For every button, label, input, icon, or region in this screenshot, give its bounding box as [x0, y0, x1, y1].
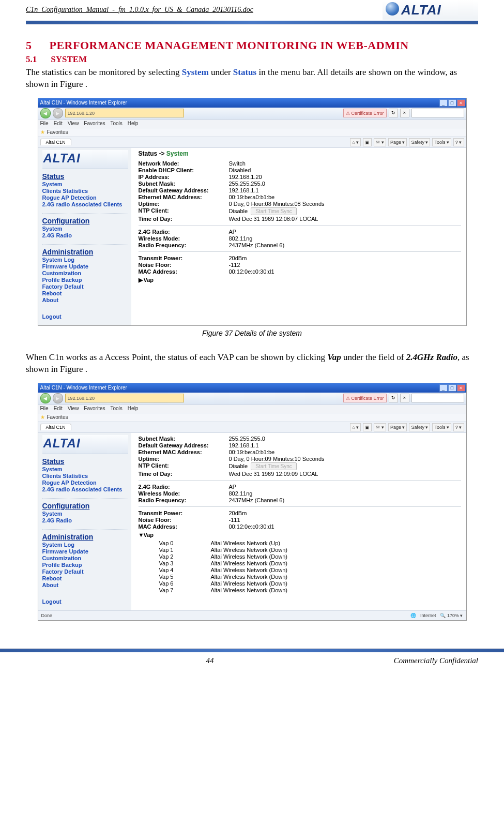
sidebar-item-profile-backup[interactable]: Profile Backup — [42, 277, 128, 283]
help-icon[interactable]: ? ▾ — [453, 138, 464, 146]
menu-help[interactable]: Help — [128, 406, 139, 411]
feeds-icon[interactable]: ▣ — [363, 423, 372, 431]
sidebar-item-about[interactable]: About — [42, 582, 128, 588]
help-icon[interactable]: ? ▾ — [453, 423, 464, 431]
kv-row: Default Gateway Address:192.168.1.1 — [139, 442, 461, 448]
sidebar-item-factory-default[interactable]: Factory Default — [42, 283, 128, 290]
sidebar-item-clients-stats[interactable]: Clients Statistics — [42, 473, 128, 479]
kv-row: Ethernet MAC Address:00:19:be:a0:b1:be — [139, 194, 461, 200]
page-menu[interactable]: Page ▾ — [388, 423, 407, 431]
kv-label: Network Mode: — [139, 160, 229, 167]
kv-value: AP — [229, 484, 237, 490]
sidebar-item-reboot[interactable]: Reboot — [42, 575, 128, 581]
refresh-button[interactable]: ↻ — [389, 109, 398, 117]
tools-menu[interactable]: Tools ▾ — [432, 138, 451, 146]
safety-menu[interactable]: Safety ▾ — [409, 138, 430, 146]
kv-label: Wireless Mode: — [139, 490, 229, 497]
back-button[interactable]: ◄ — [40, 108, 51, 118]
forward-button[interactable]: ► — [53, 393, 63, 403]
zoom-level[interactable]: 🔍 170% ▾ — [440, 613, 463, 618]
menu-edit[interactable]: Edit — [54, 406, 63, 411]
minimize-icon[interactable]: _ — [439, 99, 448, 107]
mail-icon[interactable]: ✉ ▾ — [374, 423, 386, 431]
tools-menu[interactable]: Tools ▾ — [432, 423, 451, 431]
maximize-icon[interactable]: □ — [448, 384, 456, 392]
chevron-right-icon: ▶ — [139, 277, 144, 283]
sidebar-item-logout[interactable]: Logout — [42, 313, 128, 320]
stop-button[interactable]: × — [400, 394, 409, 402]
sidebar-item-config-radio[interactable]: 2.4G Radio — [42, 517, 128, 523]
sidebar-item-clients-stats[interactable]: Clients Statistics — [42, 188, 128, 194]
menu-edit[interactable]: Edit — [54, 121, 63, 126]
menu-tools[interactable]: Tools — [110, 406, 122, 411]
sidebar-item-profile-backup[interactable]: Profile Backup — [42, 562, 128, 568]
browser-tab[interactable]: Altai C1N — [40, 139, 71, 145]
kv-value: -112 — [229, 262, 240, 268]
search-box[interactable] — [411, 394, 464, 402]
subsection-heading: 5.1 SYSTEM — [26, 54, 478, 65]
ie-favorites-bar: Favorites — [38, 413, 466, 422]
feeds-icon[interactable]: ▣ — [363, 138, 372, 146]
window-controls[interactable]: _□× — [439, 99, 465, 107]
search-box[interactable] — [411, 109, 464, 117]
vap-toggle[interactable]: ▶Vap — [139, 277, 461, 283]
close-icon[interactable]: × — [457, 99, 465, 107]
sidebar-item-assoc-clients[interactable]: 2.4G radio Associated Clients — [42, 201, 128, 207]
sidebar-item-factory-default[interactable]: Factory Default — [42, 568, 128, 575]
certificate-error[interactable]: Certificate Error — [343, 394, 386, 402]
close-icon[interactable]: × — [457, 384, 465, 392]
browser-tab[interactable]: Altai C1N — [40, 424, 71, 430]
menu-tools[interactable]: Tools — [110, 121, 122, 126]
menu-file[interactable]: File — [40, 121, 49, 126]
certificate-error[interactable]: Certificate Error — [343, 109, 386, 117]
sidebar-item-config-system[interactable]: System — [42, 511, 128, 517]
maximize-icon[interactable]: □ — [448, 99, 456, 107]
menu-favorites[interactable]: Favorites — [84, 121, 105, 126]
sidebar-item-reboot[interactable]: Reboot — [42, 290, 128, 296]
sidebar-item-system[interactable]: System — [42, 181, 128, 187]
minimize-icon[interactable]: _ — [439, 384, 448, 392]
sidebar-item-customization[interactable]: Customization — [42, 270, 128, 276]
sidebar-item-config-radio[interactable]: 2.4G Radio — [42, 232, 128, 238]
safety-menu[interactable]: Safety ▾ — [409, 423, 430, 431]
stop-button[interactable]: × — [400, 109, 409, 117]
menu-view[interactable]: View — [68, 406, 79, 411]
favorites-label[interactable]: Favorites — [47, 129, 68, 135]
mail-icon[interactable]: ✉ ▾ — [374, 138, 386, 146]
kv-value: 2437MHz (Channel 6) — [229, 242, 285, 248]
kv-value: 20dBm — [229, 510, 247, 516]
start-time-sync-button[interactable]: Start Time Sync — [251, 462, 297, 470]
forward-button[interactable]: ► — [53, 108, 63, 118]
sidebar-item-system-log[interactable]: System Log — [42, 257, 128, 263]
status-text: Done — [41, 613, 53, 618]
sidebar-item-system-log[interactable]: System Log — [42, 542, 128, 548]
menu-file[interactable]: File — [40, 406, 49, 411]
sidebar-item-customization[interactable]: Customization — [42, 555, 128, 561]
kv-row: IP Address:192.168.1.20 — [139, 174, 461, 180]
favorites-label[interactable]: Favorites — [47, 414, 68, 420]
sidebar-item-about[interactable]: About — [42, 297, 128, 303]
home-icon[interactable]: ⌂ ▾ — [350, 423, 361, 431]
refresh-button[interactable]: ↻ — [389, 394, 398, 402]
address-bar[interactable]: 192.168.1.20 — [65, 109, 184, 117]
menu-view[interactable]: View — [68, 121, 79, 126]
window-controls[interactable]: _□× — [439, 384, 465, 392]
address-bar[interactable]: 192.168.1.20 — [65, 394, 184, 402]
menu-favorites[interactable]: Favorites — [84, 406, 105, 411]
menu-help[interactable]: Help — [128, 121, 139, 126]
sidebar-item-logout[interactable]: Logout — [42, 598, 128, 605]
home-icon[interactable]: ⌂ ▾ — [350, 138, 361, 146]
start-time-sync-button[interactable]: Start Time Sync — [251, 207, 297, 215]
sidebar-item-config-system[interactable]: System — [42, 226, 128, 232]
sidebar-item-rogue-ap[interactable]: Rogue AP Detection — [42, 480, 128, 486]
sidebar-item-assoc-clients[interactable]: 2.4G radio Associated Clients — [42, 486, 128, 492]
sidebar-item-firmware[interactable]: Firmware Update — [42, 548, 128, 555]
sidebar-item-rogue-ap[interactable]: Rogue AP Detection — [42, 194, 128, 201]
back-button[interactable]: ◄ — [40, 393, 51, 403]
vap-toggle[interactable]: ▼Vap — [139, 532, 461, 538]
sidebar-item-system[interactable]: System — [42, 466, 128, 472]
kv-label: MAC Address: — [139, 523, 229, 530]
page-menu[interactable]: Page ▾ — [388, 138, 407, 146]
sidebar-item-firmware[interactable]: Firmware Update — [42, 263, 128, 269]
kv-value: 192.168.1.1 — [229, 442, 259, 448]
